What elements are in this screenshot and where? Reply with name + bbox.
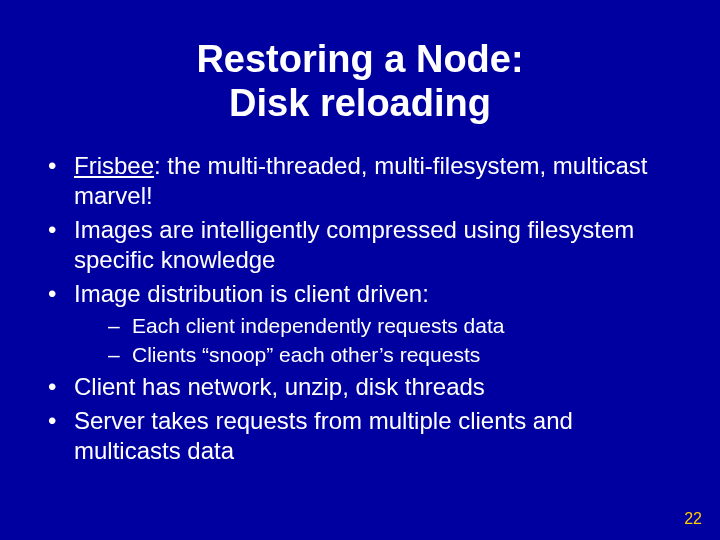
- title-line-2: Disk reloading: [40, 82, 680, 126]
- bullet-text: : the multi-threaded, multi-filesystem, …: [74, 152, 648, 209]
- sub-bullet-item: Clients “snoop” each other’s requests: [74, 342, 680, 368]
- slide-title: Restoring a Node: Disk reloading: [40, 38, 680, 125]
- bullet-item: Client has network, unzip, disk threads: [40, 372, 680, 402]
- sub-bullet-text: Clients “snoop” each other’s requests: [132, 343, 480, 366]
- sub-bullet-item: Each client independently requests data: [74, 313, 680, 339]
- bullet-item: Server takes requests from multiple clie…: [40, 406, 680, 466]
- bullet-item: Image distribution is client driven: Eac…: [40, 279, 680, 368]
- bullet-item: Images are intelligently compressed usin…: [40, 215, 680, 275]
- bullet-item: Frisbee: the multi-threaded, multi-files…: [40, 151, 680, 211]
- bullet-text: Image distribution is client driven:: [74, 280, 429, 307]
- title-line-1: Restoring a Node:: [40, 38, 680, 82]
- slide: Restoring a Node: Disk reloading Frisbee…: [0, 0, 720, 540]
- bullet-lead-underlined: Frisbee: [74, 152, 154, 179]
- sub-bullet-text: Each client independently requests data: [132, 314, 504, 337]
- page-number: 22: [684, 510, 702, 528]
- sub-bullet-list: Each client independently requests data …: [74, 313, 680, 368]
- bullet-text: Images are intelligently compressed usin…: [74, 216, 634, 273]
- bullet-text: Server takes requests from multiple clie…: [74, 407, 573, 464]
- bullet-text: Client has network, unzip, disk threads: [74, 373, 485, 400]
- bullet-list: Frisbee: the multi-threaded, multi-files…: [40, 151, 680, 466]
